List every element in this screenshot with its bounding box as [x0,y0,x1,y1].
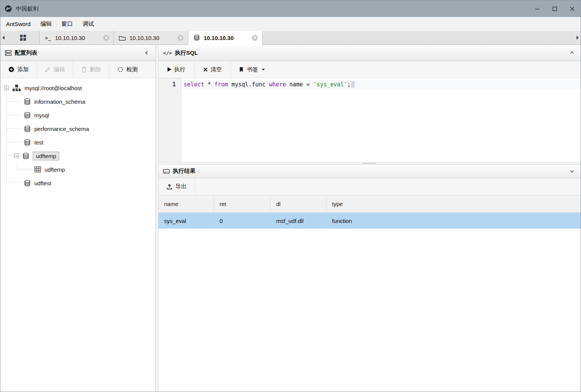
config-toolbar: 添加 编辑 删除 [0,61,155,78]
tab-close-button[interactable] [178,35,183,41]
config-panel-header: 配置列表 [0,45,155,61]
chevron-left-icon [144,51,149,55]
tab-scroll-right-button[interactable] [575,31,581,45]
spinner-icon [117,66,123,72]
column-header[interactable]: dl [271,195,326,213]
sql-toolbar: 执行 清空 书签 [158,61,581,78]
column-header[interactable]: ret [214,195,271,213]
tab-terminal[interactable]: >_ 10.10.10.30 [40,31,114,45]
sql-panel-title: 执行SQL [175,49,198,57]
database-tree: mysql://root@localhost information_schem… [0,78,155,392]
collapse-toggle-icon[interactable] [4,86,9,90]
collapse-result-button[interactable] [568,167,576,175]
database-icon [24,125,31,132]
line-number: 1 [158,80,176,89]
close-icon [254,36,257,39]
column-header[interactable]: type [326,195,581,213]
export-button[interactable]: 导出 [158,178,195,195]
tree-node-connection[interactable]: mysql://root@localhost [0,81,155,95]
run-button[interactable]: 执行 [158,61,195,78]
database-icon [24,98,31,105]
minimize-icon [535,6,540,11]
config-panel-title: 配置列表 [15,49,37,57]
edit-button-label: 编辑 [54,66,65,73]
result-panel-title: 执行结果 [173,168,195,175]
editor-code-area[interactable]: select * from mysql.func where name = 's… [181,78,581,162]
menu-window[interactable]: 窗口 [57,17,78,31]
window-controls [529,0,581,17]
drive-icon [163,169,170,174]
arrow-left-icon [2,36,5,40]
terminal-icon: >_ [44,35,52,41]
sql-editor[interactable]: 1 select * from mysql.func where name = … [158,78,581,162]
tab-label: 10.10.10.30 [55,35,85,41]
text-cursor [351,81,355,88]
maximize-icon [552,6,557,11]
chevron-down-icon [570,169,574,174]
main-area: 配置列表 添加 编辑 [0,45,581,392]
column-header[interactable]: name [158,195,214,213]
close-icon [570,6,575,11]
close-icon [105,36,108,39]
bookmark-icon [239,67,244,72]
table-cell: function [326,213,581,229]
editor-gutter: 1 [158,78,181,162]
delete-button[interactable]: 删除 [73,61,109,78]
result-table-row-selected[interactable]: sys_eval 0 msf_udf.dll function [158,213,581,229]
sql-token: 'sys_eval' [313,81,347,88]
run-button-label: 执行 [174,66,186,73]
clear-button[interactable]: 清空 [195,61,231,78]
sql-token: from [214,81,228,88]
sql-token: select [184,81,204,88]
tree-node-database[interactable]: performance_schema [0,122,155,135]
tree-node-database[interactable]: information_schema [0,95,155,108]
folder-icon [118,35,126,41]
code-line[interactable]: select * from mysql.func where name = 's… [181,80,581,89]
tab-label: 10.10.10.30 [129,35,159,41]
tab-close-button[interactable] [103,35,109,41]
close-button[interactable] [563,0,581,17]
bookmark-button[interactable]: 书签 [231,61,273,78]
add-button[interactable]: 添加 [0,61,37,78]
menu-edit[interactable]: 编辑 [35,17,57,31]
sql-token: name = [286,81,313,88]
horizontal-splitter[interactable] [158,162,581,164]
sql-token: * [204,81,214,88]
collapse-sql-button[interactable] [568,49,576,57]
minimize-button[interactable] [529,0,546,17]
menu-debug[interactable]: 调试 [78,17,99,31]
sql-token: mysql.func [228,81,269,88]
check-button[interactable]: 检测 [109,61,146,78]
collapse-panel-button[interactable] [143,49,151,57]
table-cell: 0 [214,213,271,229]
app-logo-icon [4,5,12,13]
code-icon: </> [163,50,172,56]
database-label: udftest [34,180,51,186]
tree-node-database[interactable]: mysql [0,108,155,122]
home-tab-button[interactable] [6,31,40,45]
tab-scroll-left-button[interactable] [0,31,6,45]
result-table-header: name ret dl type [158,195,581,213]
tab-close-button[interactable] [252,35,258,41]
menu-antsword[interactable]: AntSword [1,17,35,31]
delete-button-label: 删除 [90,66,101,73]
maximize-button[interactable] [546,0,563,17]
arrow-right-icon [576,36,579,40]
add-icon [8,66,14,72]
collapse-toggle-icon[interactable] [14,154,19,158]
tab-files[interactable]: 10.10.10.30 [114,31,188,45]
table-icon [34,166,41,172]
export-button-label: 导出 [175,183,187,190]
vertical-splitter[interactable] [156,45,158,392]
edit-button[interactable]: 编辑 [37,61,73,78]
database-label: performance_schema [34,126,89,132]
play-icon [168,67,171,72]
tree-node-table[interactable]: udftemp [0,163,155,176]
tree-node-database[interactable]: test [0,135,155,149]
tree-node-database-selected[interactable]: udftemp [0,149,155,163]
tree-node-database[interactable]: udftest [0,176,155,190]
database-icon [22,152,29,160]
chevron-up-icon [570,51,574,55]
database-label: udftemp [33,152,59,160]
tab-database[interactable]: 10.10.10.30 [188,31,263,45]
